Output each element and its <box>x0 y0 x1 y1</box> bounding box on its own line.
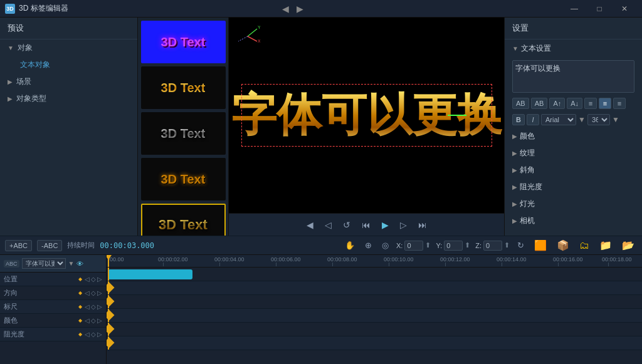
thumb-item-5[interactable]: 3D Text <box>141 204 226 236</box>
fmt-aup-button[interactable]: A↑ <box>549 98 565 109</box>
track-prev-key[interactable]: ◁ <box>85 276 90 283</box>
tree-item-object-type[interactable]: ▶ 对象类型 <box>0 90 137 107</box>
maximize-button[interactable]: □ <box>587 0 612 18</box>
fmt-align-left-button[interactable]: ≡ <box>584 98 597 109</box>
play-button[interactable]: ▶ <box>378 217 392 232</box>
track-next-key5[interactable]: ▷ <box>97 331 102 338</box>
italic-button[interactable]: I <box>527 114 539 125</box>
track-prev-key5[interactable]: ◁ <box>85 331 90 338</box>
y-label: Y: <box>436 242 442 249</box>
track-next-key[interactable]: ▷ <box>97 276 102 283</box>
timeline-icon4[interactable]: 📁 <box>597 238 614 252</box>
back-icon[interactable]: ◀ <box>280 4 292 14</box>
timeline-icon5[interactable]: 📂 <box>619 238 637 252</box>
minimize-button[interactable]: — <box>562 0 587 18</box>
timeline-block-main[interactable] <box>108 269 192 279</box>
fmt-adown-button[interactable]: A↓ <box>567 98 582 109</box>
tree-label-text-object: 文本对象 <box>20 60 50 70</box>
z-spin-up[interactable]: ⬆ <box>504 241 510 249</box>
track-next-key2[interactable]: ▷ <box>97 289 102 296</box>
prop-texture[interactable]: ▶ 纹理 <box>505 145 642 162</box>
prev-frame-button[interactable]: ◀ <box>303 217 317 232</box>
track-prev-key3[interactable]: ◁ <box>85 303 90 310</box>
thumb-item-2[interactable]: 3D Text <box>141 66 226 109</box>
y-input[interactable] <box>444 241 463 251</box>
timeline-icon1[interactable]: 🟧 <box>532 238 549 252</box>
timeline-body: ABC 字体可以更换 ▼ 👁 位置 ◆ ◁ ◇ ▷ 方向 ◆ <box>0 255 642 364</box>
app-title: 3D 标签编辑器 <box>19 3 275 14</box>
ruler-line-3 <box>276 263 276 266</box>
skip-end-button[interactable]: ⏭ <box>414 217 431 232</box>
timeline-content[interactable]: -00.00 00:00:02.00 00:00:04.00 00:00:06.… <box>107 255 642 364</box>
thumb-item-4[interactable]: 3D Text <box>141 158 226 200</box>
step-forward-button[interactable]: ▷ <box>396 217 411 232</box>
lock-tool-button[interactable]: ◎ <box>379 239 391 251</box>
tree-item-scene[interactable]: ▶ 场景 <box>0 73 137 90</box>
prop-color[interactable]: ▶ 颜色 <box>505 128 642 145</box>
tree-label-object: 对象 <box>18 43 33 53</box>
timeline-lane-main <box>107 268 642 281</box>
prop-lighting[interactable]: ▶ 灯光 <box>505 195 642 212</box>
fmt-ab1-button[interactable]: AB <box>512 98 529 109</box>
track-name-select[interactable]: 字体可以更换 <box>22 258 66 269</box>
timeline-icon3[interactable]: 🗂 <box>577 239 592 252</box>
loop-button[interactable]: ↺ <box>339 217 354 232</box>
track-add-key3[interactable]: ◇ <box>91 303 96 310</box>
thumb-item-1[interactable]: 3D Text <box>141 21 226 63</box>
prop-arrow-texture: ▶ <box>512 150 517 157</box>
track-next-key3[interactable]: ▷ <box>97 303 102 310</box>
refresh-button[interactable]: ↻ <box>515 239 527 251</box>
track-next-key4[interactable]: ▷ <box>97 317 102 324</box>
prop-camera[interactable]: ▶ 相机 <box>505 212 642 229</box>
target-tool-button[interactable]: ⊕ <box>362 239 374 251</box>
track-add-key[interactable]: ◇ <box>91 276 96 283</box>
prop-bevel[interactable]: ▶ 斜角 <box>505 162 642 179</box>
track-add-key5[interactable]: ◇ <box>91 331 96 338</box>
track-prev-key2[interactable]: ◁ <box>85 289 90 296</box>
format-row-2: B I Arial Times ▼ 36 24 48 ▼ <box>505 112 642 128</box>
thumb-label-2: 3D Text <box>161 81 206 95</box>
track-prev-key4[interactable]: ◁ <box>85 317 90 324</box>
bold-button[interactable]: B <box>512 114 525 125</box>
track-visibility-button[interactable]: 👁 <box>76 260 83 268</box>
y-spin-up[interactable]: ⬆ <box>465 241 470 249</box>
track-add-key4[interactable]: ◇ <box>91 317 96 324</box>
track-icons-opacity: ◁ ◇ ▷ <box>85 331 102 338</box>
fmt-ab2-button[interactable]: AB <box>531 98 548 109</box>
timeline-icon2[interactable]: 📦 <box>554 238 572 252</box>
playhead-lane-position <box>108 281 109 294</box>
thumb-item-3[interactable]: 3D Text <box>141 112 226 155</box>
z-coord: Z: ⬆ <box>475 241 510 251</box>
forward-icon[interactable]: ▶ <box>294 4 306 14</box>
add-track-button[interactable]: +ABC <box>5 240 32 251</box>
preview-guide-line <box>448 115 466 116</box>
playhead[interactable] <box>108 255 109 267</box>
hand-tool-button[interactable]: ✋ <box>342 239 357 251</box>
size-select[interactable]: 36 24 48 <box>587 114 610 125</box>
step-back-button[interactable]: ◁ <box>321 217 335 232</box>
tree-item-text-object[interactable]: 文本对象 <box>13 56 137 73</box>
fmt-align-right-button[interactable]: ≡ <box>613 98 626 109</box>
tree-label-object-type: 对象类型 <box>16 93 46 104</box>
presets-header: 预设 <box>0 18 137 39</box>
text-input[interactable]: 字体可以更换 <box>512 60 634 93</box>
duration-label: 持续时间 <box>67 241 95 250</box>
main-area: 预设 ▼ 对象 文本对象 ▶ 场景 ▶ 对象类型 3D Text <box>0 18 642 236</box>
fmt-align-center-button[interactable]: ≡ <box>599 98 611 109</box>
skip-start-button[interactable]: ⏮ <box>358 217 374 232</box>
prop-opacity[interactable]: ▶ 阻光度 <box>505 179 642 195</box>
x-spin-up[interactable]: ⬆ <box>425 241 431 249</box>
z-input[interactable] <box>483 241 502 251</box>
remove-track-button[interactable]: -ABC <box>37 240 62 251</box>
tree-item-object[interactable]: ▼ 对象 <box>0 39 137 56</box>
track-diamond-scale: ◆ <box>78 304 82 309</box>
x-input[interactable] <box>404 241 423 251</box>
text-settings-section[interactable]: ▼ 文本设置 <box>505 39 642 58</box>
font-select[interactable]: Arial Times <box>541 114 576 125</box>
window-controls: — □ ✕ <box>562 0 637 18</box>
preview-canvas[interactable]: Y X 字体可以更换 <box>229 18 504 213</box>
track-add-key2[interactable]: ◇ <box>91 289 96 296</box>
close-button[interactable]: ✕ <box>612 0 637 18</box>
tree-arrow-object-type: ▶ <box>8 95 13 102</box>
track-diamond-opacity: ◆ <box>78 331 82 337</box>
